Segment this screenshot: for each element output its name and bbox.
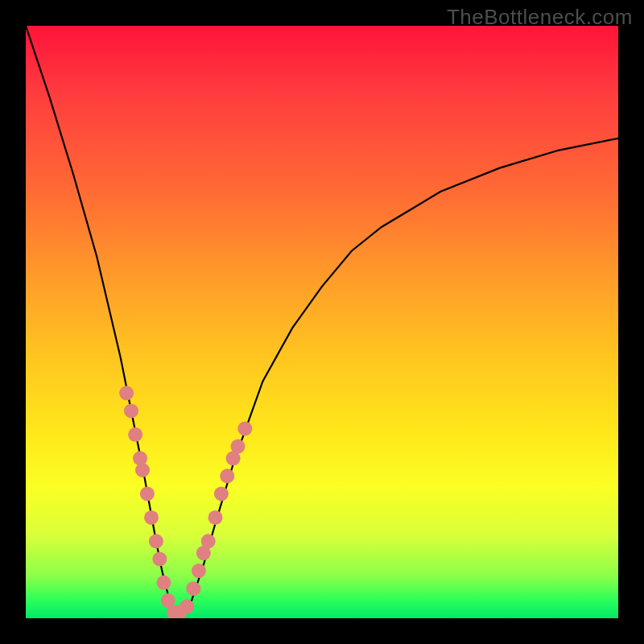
data-marker xyxy=(128,427,142,442)
data-marker xyxy=(237,421,252,436)
watermark-text: TheBottleneck.com xyxy=(447,5,633,30)
data-marker xyxy=(152,551,167,566)
data-marker xyxy=(230,440,245,454)
data-marker xyxy=(201,534,216,548)
data-marker xyxy=(220,469,234,483)
data-marker xyxy=(149,534,163,548)
data-marker xyxy=(156,576,171,590)
markers-group xyxy=(119,386,252,618)
data-marker xyxy=(124,403,138,418)
curve-layer xyxy=(26,26,618,618)
data-marker xyxy=(208,510,223,525)
bottleneck-curve xyxy=(26,26,618,618)
data-marker xyxy=(119,386,134,400)
data-marker xyxy=(140,486,155,501)
data-marker xyxy=(214,486,229,501)
data-marker xyxy=(144,510,159,525)
data-marker xyxy=(186,581,200,596)
data-marker xyxy=(192,564,206,578)
data-marker xyxy=(180,599,194,613)
chart-frame: TheBottleneck.com xyxy=(0,0,644,644)
data-marker xyxy=(135,463,150,477)
plot-area xyxy=(26,26,618,618)
